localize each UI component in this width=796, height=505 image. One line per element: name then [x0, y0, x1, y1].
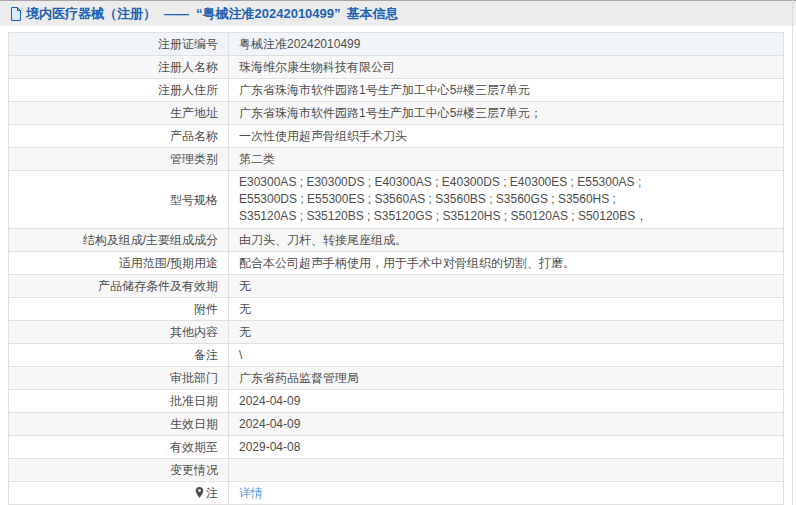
document-icon	[10, 7, 22, 21]
row-management-class: 管理类别 第二类	[9, 148, 784, 171]
row-label: 生效日期	[9, 413, 229, 436]
row-change-status: 变更情况	[9, 459, 784, 482]
header-suffix: 基本信息	[347, 5, 399, 23]
row-label: 审批部门	[9, 367, 229, 390]
row-value: 广东省药品监督管理局	[229, 367, 784, 390]
model-line: S35120AS ; S35120BS ; S35120GS ; S35120H…	[239, 208, 773, 225]
row-registration-number: 注册证编号 粤械注准20242010499	[9, 33, 784, 56]
row-value: 一次性使用超声骨组织手术刀头	[229, 125, 784, 148]
row-value: \	[229, 344, 784, 367]
row-label: 产品储存条件及有效期	[9, 275, 229, 298]
row-value: 由刀头、刀杆、转接尾座组成。	[229, 229, 784, 252]
row-approval-department: 审批部门 广东省药品监督管理局	[9, 367, 784, 390]
row-value: 2024-04-09	[229, 390, 784, 413]
row-intended-use: 适用范围/预期用途 配合本公司超声手柄使用，用于手术中对骨组织的切割、打磨。	[9, 252, 784, 275]
row-registrant-address: 注册人住所 广东省珠海市软件园路1号生产加工中心5#楼三层7单元	[9, 79, 784, 102]
page-header: 境内医疗器械（注册） —— “粤械注准20242010499” 基本信息	[0, 0, 796, 26]
row-value: 广东省珠海市软件园路1号生产加工中心5#楼三层7单元	[229, 79, 784, 102]
page-right-edge	[792, 0, 793, 505]
registration-info-table: 注册证编号 粤械注准20242010499 注册人名称 珠海维尔康生物科技有限公…	[8, 32, 784, 505]
row-label: 注册人名称	[9, 56, 229, 79]
header-dash: ——	[164, 6, 188, 21]
row-label: 生产地址	[9, 102, 229, 125]
row-production-address: 生产地址 广东省珠海市软件园路1号生产加工中心5#楼三层7单元；	[9, 102, 784, 125]
header-prefix: 境内医疗器械（注册）	[26, 5, 156, 23]
row-value: 无	[229, 321, 784, 344]
row-label: 注册人住所	[9, 79, 229, 102]
model-line: E30300AS ; E30300DS ; E40300AS ; E40300D…	[239, 174, 773, 191]
row-value	[229, 459, 784, 482]
model-line: E55300DS ; E55300ES ; S3560AS ; S3560BS …	[239, 191, 773, 208]
row-label: 产品名称	[9, 125, 229, 148]
header-reg-number: “粤械注准20242010499”	[196, 5, 341, 23]
row-model-specs: 型号规格 E30300AS ; E30300DS ; E40300AS ; E4…	[9, 171, 784, 229]
note-label: 注	[206, 486, 218, 500]
row-label: 附件	[9, 298, 229, 321]
row-label: 注册证编号	[9, 33, 229, 56]
row-label: 其他内容	[9, 321, 229, 344]
row-expiry-date: 有效期至 2029-04-08	[9, 436, 784, 459]
row-label: 注	[9, 482, 229, 505]
row-label: 有效期至	[9, 436, 229, 459]
row-value: 配合本公司超声手柄使用，用于手术中对骨组织的切割、打磨。	[229, 252, 784, 275]
row-attachments: 附件 无	[9, 298, 784, 321]
row-registrant-name: 注册人名称 珠海维尔康生物科技有限公司	[9, 56, 784, 79]
row-label: 批准日期	[9, 390, 229, 413]
row-structure-composition: 结构及组成/主要组成成分 由刀头、刀杆、转接尾座组成。	[9, 229, 784, 252]
row-remarks: 备注 \	[9, 344, 784, 367]
row-value: 第二类	[229, 148, 784, 171]
row-label: 结构及组成/主要组成成分	[9, 229, 229, 252]
row-product-name: 产品名称 一次性使用超声骨组织手术刀头	[9, 125, 784, 148]
row-value: 珠海维尔康生物科技有限公司	[229, 56, 784, 79]
row-value: 无	[229, 298, 784, 321]
row-value: 粤械注准20242010499	[229, 33, 784, 56]
row-value: 广东省珠海市软件园路1号生产加工中心5#楼三层7单元；	[229, 102, 784, 125]
row-label: 变更情况	[9, 459, 229, 482]
row-value: 详情	[229, 482, 784, 505]
row-value: E30300AS ; E30300DS ; E40300AS ; E40300D…	[229, 171, 784, 229]
row-approval-date: 批准日期 2024-04-09	[9, 390, 784, 413]
row-note-details: 注 详情	[9, 482, 784, 505]
row-label: 管理类别	[9, 148, 229, 171]
row-effective-date: 生效日期 2024-04-09	[9, 413, 784, 436]
row-value: 无	[229, 275, 784, 298]
row-storage-conditions: 产品储存条件及有效期 无	[9, 275, 784, 298]
row-value: 2029-04-08	[229, 436, 784, 459]
row-label: 型号规格	[9, 171, 229, 229]
row-label: 备注	[9, 344, 229, 367]
row-other-content: 其他内容 无	[9, 321, 784, 344]
details-link[interactable]: 详情	[239, 486, 263, 500]
row-value: 2024-04-09	[229, 413, 784, 436]
row-label: 适用范围/预期用途	[9, 252, 229, 275]
pin-icon	[195, 487, 204, 498]
